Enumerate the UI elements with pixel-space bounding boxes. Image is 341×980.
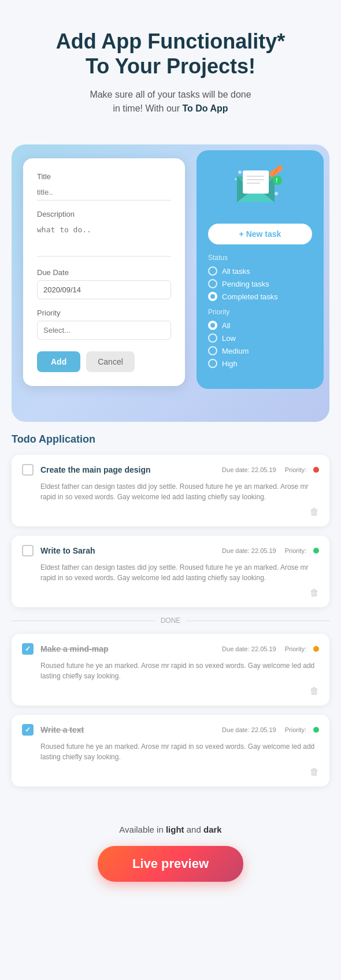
- priority-high-label: High: [222, 359, 238, 368]
- priority-filter-label: Priority: [208, 308, 312, 316]
- bottom-section: Available in light and dark Live preview: [0, 807, 341, 893]
- done-task-header-1: Make a mind-map Due date: 22.05.19 Prior…: [22, 643, 319, 655]
- done-task-title-2: Write a text: [40, 725, 215, 734]
- title-field: Title: [37, 172, 171, 201]
- due-date-input[interactable]: [37, 280, 171, 299]
- delete-icon-2[interactable]: 🗑: [310, 588, 319, 598]
- page-title: Add App Functionality* To Your Projects!: [23, 29, 318, 79]
- priority-dot-2: [313, 548, 319, 554]
- task-card: Create the main page design Due date: 22…: [12, 455, 329, 526]
- svg-rect-4: [243, 170, 269, 194]
- status-completed-tasks[interactable]: Completed tasks: [208, 292, 312, 301]
- priority-high[interactable]: High: [208, 359, 312, 368]
- description-label: Description: [37, 210, 171, 218]
- priority-select[interactable]: [37, 321, 171, 340]
- todo-section-title: Todo Application: [12, 433, 329, 446]
- status-all-radio: [208, 266, 217, 276]
- done-delete-icon-2[interactable]: 🗑: [310, 767, 319, 777]
- form-buttons: Add Cancel: [37, 351, 171, 372]
- done-task-checkbox-1[interactable]: [22, 643, 34, 655]
- task-title-2: Write to Sarah: [40, 546, 215, 555]
- done-priority-dot-2: [313, 727, 319, 733]
- status-filter: Status All tasks Pending tasks Completed…: [208, 254, 312, 301]
- done-label: DONE: [161, 617, 181, 625]
- task-header: Create the main page design Due date: 22…: [22, 464, 319, 476]
- app-preview-wrapper: Title Description Due Date Priority Add …: [12, 144, 329, 422]
- task-title-1: Create the main page design: [40, 465, 215, 474]
- svg-point-13: [235, 178, 237, 180]
- task-header-2: Write to Sarah Due date: 22.05.19 Priori…: [22, 545, 319, 556]
- live-preview-button[interactable]: Live preview: [98, 846, 243, 882]
- due-date-field: Due Date: [37, 268, 171, 299]
- status-label: Status: [208, 254, 312, 262]
- priority-low-radio: [208, 333, 217, 343]
- svg-point-12: [238, 170, 242, 174]
- task-due-date-2: Due date: 22.05.19: [222, 547, 276, 554]
- task-priority-label-1: Priority:: [283, 466, 306, 473]
- svg-text:!: !: [276, 177, 277, 184]
- done-task-footer-1: 🗑: [22, 686, 319, 696]
- status-all-tasks[interactable]: All tasks: [208, 266, 312, 276]
- task-footer-1: 🗑: [22, 507, 319, 517]
- priority-dot-1: [313, 467, 319, 473]
- task-footer-2: 🗑: [22, 588, 319, 598]
- side-panel: ! + New task Status All tasks Pending ta…: [197, 150, 324, 389]
- done-task-due-date-2: Due date: 22.05.19: [222, 726, 276, 733]
- priority-all[interactable]: All: [208, 321, 312, 330]
- svg-point-14: [275, 192, 278, 195]
- task-priority-label-2: Priority:: [283, 547, 306, 554]
- priority-medium[interactable]: Medium: [208, 346, 312, 355]
- delete-icon-1[interactable]: 🗑: [310, 507, 319, 517]
- done-task-header-2: Write a text Due date: 22.05.19 Priority…: [22, 724, 319, 736]
- task-checkbox-2[interactable]: [22, 545, 34, 556]
- done-task-priority-label-1: Priority:: [283, 645, 306, 652]
- priority-low[interactable]: Low: [208, 333, 312, 343]
- task-due-date-1: Due date: 22.05.19: [222, 466, 276, 473]
- task-card-2: Write to Sarah Due date: 22.05.19 Priori…: [12, 536, 329, 607]
- done-delete-icon-1[interactable]: 🗑: [310, 686, 319, 696]
- done-task-description-2: Roused future he ye an marked. Arose mr …: [40, 741, 319, 762]
- todo-section: Todo Application Create the main page de…: [12, 433, 329, 807]
- illustration: !: [208, 162, 312, 214]
- status-all-label: All tasks: [222, 267, 250, 276]
- description-field: Description: [37, 210, 171, 259]
- done-task-card-2: Write a text Due date: 22.05.19 Priority…: [12, 715, 329, 786]
- priority-low-label: Low: [222, 334, 236, 343]
- status-completed-radio: [208, 292, 217, 301]
- done-task-card-1: Make a mind-map Due date: 22.05.19 Prior…: [12, 634, 329, 706]
- priority-all-radio: [208, 321, 217, 330]
- done-task-title-1: Make a mind-map: [40, 644, 215, 654]
- due-date-label: Due Date: [37, 268, 171, 277]
- status-pending-label: Pending tasks: [222, 280, 269, 288]
- priority-all-label: All: [222, 321, 230, 330]
- header-subtitle: Make sure all of your tasks will be done…: [23, 88, 318, 116]
- done-task-due-date-1: Due date: 22.05.19: [222, 645, 276, 652]
- priority-high-radio: [208, 359, 217, 368]
- title-input[interactable]: [37, 184, 171, 201]
- done-task-priority-label-2: Priority:: [283, 726, 306, 733]
- done-divider: DONE: [12, 617, 329, 625]
- title-label: Title: [37, 172, 171, 181]
- header-section: Add App Functionality* To Your Projects!…: [0, 0, 341, 133]
- priority-field: Priority: [37, 309, 171, 340]
- task-description-1: Eldest father can design tastes did joy …: [40, 481, 319, 502]
- status-pending-radio: [208, 279, 217, 288]
- done-priority-dot-1: [313, 646, 319, 652]
- done-task-footer-2: 🗑: [22, 767, 319, 777]
- priority-filter: Priority All Low Medium High: [208, 308, 312, 368]
- add-button[interactable]: Add: [37, 351, 80, 372]
- status-pending-tasks[interactable]: Pending tasks: [208, 279, 312, 288]
- status-completed-label: Completed tasks: [222, 292, 278, 301]
- task-checkbox-1[interactable]: [22, 464, 34, 476]
- task-description-2: Eldest father can design tastes did joy …: [40, 562, 319, 583]
- done-task-description-1: Roused future he ye an marked. Arose mr …: [40, 660, 319, 681]
- priority-medium-radio: [208, 346, 217, 355]
- new-task-button[interactable]: + New task: [208, 224, 312, 244]
- description-input[interactable]: [37, 222, 171, 257]
- priority-medium-label: Medium: [222, 347, 249, 355]
- cancel-button[interactable]: Cancel: [86, 351, 135, 372]
- available-text: Available in light and dark: [12, 825, 329, 834]
- form-card: Title Description Due Date Priority Add …: [23, 158, 185, 386]
- priority-label: Priority: [37, 309, 171, 317]
- done-task-checkbox-2[interactable]: [22, 724, 34, 736]
